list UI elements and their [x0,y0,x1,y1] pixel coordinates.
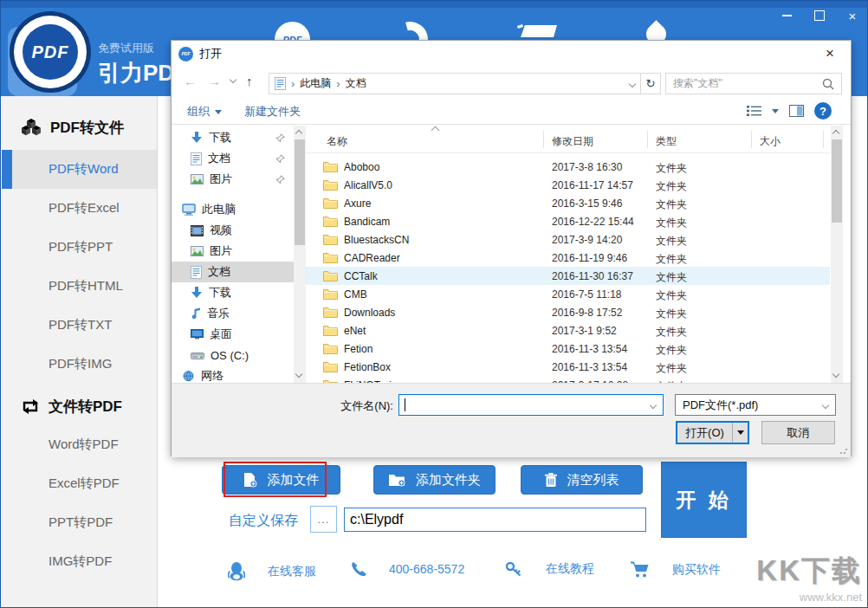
sidebar-item-PDF转TXT[interactable]: PDF转TXT [2,306,157,345]
sidebar-item-Word转PDF[interactable]: Word转PDF [2,425,157,464]
scroll-down-icon[interactable] [296,372,303,378]
file-row-FLiNGTrainer[interactable]: FLiNGTrainer2017-3-17 16:28文件夹 [306,376,830,383]
back-icon[interactable]: ← [184,74,197,88]
file-row-Fetion[interactable]: Fetion2016-11-3 13:54文件夹 [306,340,830,358]
file-name: Aboboo [344,161,539,173]
column-date[interactable]: 修改日期 [552,134,593,149]
file-scrollbar-thumb[interactable] [832,139,842,223]
sidebar-item-PDF转HTML[interactable]: PDF转HTML [2,267,157,306]
resize-grip[interactable] [839,446,848,455]
preview-pane-icon[interactable] [789,105,804,117]
filename-dropdown-icon[interactable] [650,401,657,408]
up-icon[interactable]: ↑ [246,74,253,88]
tree-item-此电脑[interactable]: 此电脑 [172,199,294,220]
add-file-button[interactable]: 添加文件 [222,465,340,495]
file-row-Axure[interactable]: Axure2016-3-15 9:46文件夹 [306,194,830,212]
file-row-BluestacksCN[interactable]: BluestacksCN2017-3-9 14:20文件夹 [306,230,830,249]
tree-item-图片[interactable]: 图片 [172,241,294,262]
tree-scrollbar-thumb[interactable] [295,139,305,245]
forward-icon[interactable]: → [208,74,221,88]
cancel-button[interactable]: 取消 [761,421,835,444]
browse-button[interactable]: ... [310,506,337,533]
link-400-668-5572[interactable]: 400-668-5572 [351,561,464,577]
picture-icon [191,174,204,184]
link-在线教程[interactable]: 在线教程 [505,561,594,577]
video-icon [191,225,204,236]
file-row-Aboboo[interactable]: Aboboo2017-3-8 16:30文件夹 [306,158,830,176]
tree-item-OS (C:)[interactable]: OS (C:) [172,345,294,365]
open-split-arrow-icon[interactable] [733,430,748,435]
view-dropdown-icon[interactable] [772,109,779,113]
sidebar-item-PDF转Excel[interactable]: PDF转Excel [2,189,157,228]
file-type: 文件夹 [656,361,687,376]
history-chevron-icon[interactable] [230,76,236,83]
tree-item-label: OS (C:) [211,349,249,362]
new-folder-button[interactable]: 新建文件夹 [244,104,301,120]
file-row-Bandicam[interactable]: Bandicam2016-12-22 15:44文件夹 [306,212,830,230]
file-row-Downloads[interactable]: Downloads2016-9-8 17:52文件夹 [306,303,830,321]
save-path-input[interactable]: c:\Elypdf [344,508,646,532]
file-type: 文件夹 [656,307,687,321]
scroll-up-icon[interactable] [833,128,840,135]
tree-item-音乐[interactable]: 音乐 [172,303,294,324]
tree-item-视频[interactable]: 视频 [172,220,294,241]
file-date: 2016-9-8 17:52 [552,307,622,319]
tree-item-图片[interactable]: 图片 [172,169,294,190]
address-bar[interactable]: ›此电脑›文档 [269,73,641,94]
window-controls: × [779,6,860,25]
file-scrollbar[interactable] [831,126,843,383]
file-name: BluestacksCN [344,234,539,246]
link-购买软件[interactable]: 购买软件 [630,561,721,578]
scroll-down-icon[interactable] [833,372,840,378]
sidebar-item-PDF转PPT[interactable]: PDF转PPT [2,228,157,267]
file-row-eNet[interactable]: eNet2017-3-1 9:52文件夹 [306,321,830,340]
file-row-CADReader[interactable]: CADReader2016-11-19 9:46文件夹 [306,249,830,267]
download-icon [191,132,203,144]
file-row-CMB[interactable]: CMB2016-7-5 11:18文件夹 [306,285,830,303]
link-在线客服[interactable]: 在线客服 [228,561,316,581]
tree-item-文档[interactable]: 文档 [172,148,294,169]
filetype-select[interactable]: PDF文件(*.pdf) [675,394,836,416]
dialog-close-button[interactable]: × [818,44,842,63]
breadcrumb-item-文档[interactable]: 文档 [346,76,366,91]
file-type: 文件夹 [656,252,687,267]
file-row-FetionBox[interactable]: FetionBox2016-11-3 13:54文件夹 [306,358,830,376]
open-button[interactable]: 打开(O) [676,421,749,444]
tree-item-网络[interactable]: 网络 [172,365,294,383]
breadcrumb-item-此电脑[interactable]: 此电脑 [300,76,331,91]
minimize-button[interactable] [779,8,794,23]
file-row-AlicallV5.0[interactable]: AlicallV5.02016-11-17 14:57文件夹 [306,176,830,194]
organize-button[interactable]: 组织 [187,104,222,120]
document-icon [191,152,202,165]
close-button[interactable]: × [845,8,860,23]
text-caret [405,398,405,411]
filename-input[interactable] [398,394,664,416]
tree-item-文档[interactable]: 文档 [172,262,294,282]
sidebar-item-PPT转PDF[interactable]: PPT转PDF [2,503,157,542]
help-button[interactable]: ? [814,102,832,120]
tree-item-下载[interactable]: 下载 [172,282,294,303]
search-box[interactable]: 搜索"文档" [665,73,842,94]
tree-item-桌面[interactable]: 桌面 [172,324,294,345]
sidebar-item-PDF转IMG[interactable]: PDF转IMG [2,345,157,384]
column-type[interactable]: 类型 [656,134,677,149]
sidebar-item-PDF转Word[interactable]: PDF转Word [2,150,157,189]
tree-scrollbar[interactable] [294,126,306,383]
column-name[interactable]: 名称 [327,134,347,149]
file-date: 2016-11-30 16:37 [552,270,633,282]
clear-list-button[interactable]: 清空列表 [521,465,643,495]
start-button[interactable]: 开 始 [661,462,747,538]
custom-save-label[interactable]: 自定义保存 [229,512,298,530]
tree-item-下载[interactable]: 下载 [172,127,294,148]
file-row-CCTalk[interactable]: CCTalk2016-11-30 16:37文件夹 [306,267,830,285]
scroll-up-icon[interactable] [296,128,303,135]
list-view-icon[interactable] [747,105,761,117]
maximize-button[interactable] [812,8,827,23]
dialog-pdf-icon: PDF [178,47,193,61]
add-folder-button[interactable]: 添加文件夹 [373,465,496,495]
address-dropdown-icon[interactable] [629,80,636,87]
column-size[interactable]: 大小 [760,134,781,149]
pin-icon [275,133,285,146]
sidebar-item-Excel转PDF[interactable]: Excel转PDF [2,464,157,503]
refresh-button[interactable]: ↻ [641,73,661,94]
